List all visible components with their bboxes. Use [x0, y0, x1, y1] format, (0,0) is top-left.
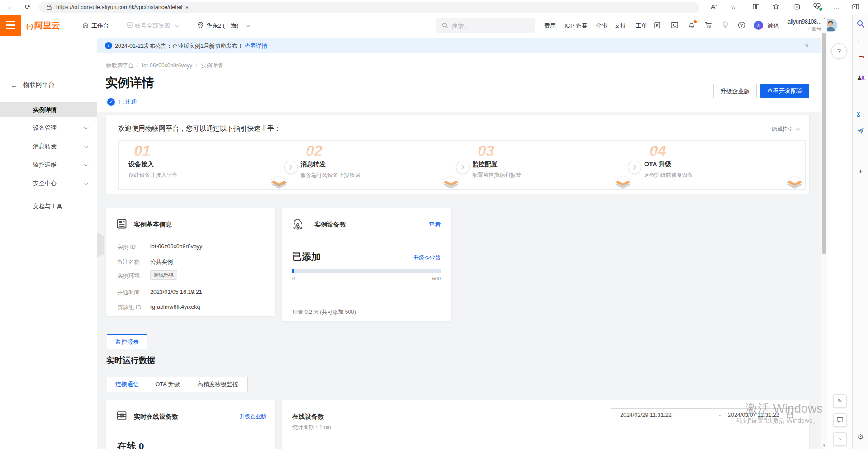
scrollbar-thumb[interactable] [822, 33, 826, 254]
region-chevron-icon [246, 23, 251, 28]
date-to-value[interactable]: 2024/03/07 11:31:22 [728, 412, 779, 418]
edge-drop-plane-icon[interactable] [857, 128, 864, 135]
cart-icon[interactable] [705, 22, 712, 28]
breadcrumb-instance-id[interactable]: iot-06z00c0h9r6voyy [142, 62, 192, 69]
aliyun-logo-mark: (-) [26, 22, 33, 30]
guide-next-chevron[interactable] [284, 161, 298, 174]
view-link[interactable]: 查看 [429, 221, 441, 229]
guide-next-chevron[interactable] [456, 161, 470, 174]
guide-next-chevron[interactable] [628, 161, 641, 174]
sidebar-collapse-handle[interactable]: ‹ [97, 232, 104, 258]
step-title: OTA 升级 [644, 161, 671, 169]
sidebar-item-device-management[interactable]: 设备管理 [0, 120, 97, 135]
home-icon [82, 22, 89, 28]
assistant-compass-icon[interactable]: ✳ [754, 21, 763, 30]
sidebar-item-monitoring-ops[interactable]: 监控运维 [0, 157, 97, 172]
sidebar-item-instance-detail[interactable]: 实例详情 [0, 102, 97, 117]
edge-settings-gear-icon[interactable]: ⚙ [857, 433, 864, 440]
upgrade-enterprise-link[interactable]: 升级企业版 [413, 254, 441, 262]
announcement-detail-link[interactable]: 查看详情 [245, 43, 267, 49]
date-range-picker[interactable]: 2024/02/29 11:31:22 - 2024/03/07 11:31:2… [611, 408, 798, 421]
nav-workbench[interactable]: 工作台 [91, 22, 109, 30]
nav-region-selector[interactable]: 华东2 (上海) [206, 22, 239, 30]
lock-icon[interactable] [47, 4, 52, 10]
upgrade-enterprise-link[interactable]: 升级企业版 [239, 413, 266, 421]
help-icon[interactable]: ? [738, 21, 745, 29]
nav-billing[interactable]: 费用 [544, 22, 556, 30]
tab-ota-upgrade[interactable]: OTA 升级 [147, 377, 188, 392]
sidebar-item-label: 文档与工具 [33, 203, 62, 211]
sidebar-title: 物联网平台 [23, 81, 55, 89]
online-metric-partial: 在线 0 [117, 440, 144, 449]
view-dev-config-button[interactable]: 查看开发配置 [760, 84, 809, 98]
nav-language[interactable]: 简体 [768, 22, 779, 30]
quota-min: 0 [292, 276, 295, 281]
date-from-value[interactable]: 2024/02/29 11:31:22 [620, 412, 672, 418]
sidebar-back[interactable]: ← 物联网平台 [11, 81, 55, 89]
edge-search-icon[interactable] [857, 20, 864, 28]
instance-basic-info-card: 实例基本信息 实例 ID iot-06z00c0h9r6voyy 备注名称 公共… [106, 208, 275, 316]
nav-account-scope[interactable]: 账号全部资源 [135, 22, 170, 30]
guide-step-monitor-config[interactable]: 03 监控配置 配置监控指标和报警 [462, 141, 634, 189]
calendar-icon[interactable] [787, 412, 793, 418]
collapse-widgets-button[interactable]: › [833, 432, 847, 446]
banner-close-icon[interactable]: × [805, 42, 809, 49]
page-scrollbar[interactable]: ▲ ▼ [821, 15, 827, 449]
edge-copilot-icon[interactable] [857, 92, 864, 99]
app-download-icon[interactable]: P [654, 21, 661, 29]
sidebar-item-security-center[interactable]: 安全中心 [0, 175, 97, 191]
feedback-chat-button[interactable] [833, 413, 847, 427]
edge-games-chess-icon[interactable]: ♟♜ [857, 74, 864, 82]
guide-step-message-forwarding[interactable]: 02 消息转发 服务端订阅设备上报数据 [290, 141, 462, 189]
back-arrow-icon[interactable]: ← [11, 81, 18, 89]
browser-back-icon[interactable]: ← [7, 3, 14, 10]
account-info[interactable]: aliyun98108... 主账号 [785, 19, 821, 33]
terminal-icon[interactable] [671, 22, 678, 28]
collections-icon[interactable] [793, 3, 800, 10]
device-quota-progress-fill [292, 269, 294, 273]
help-floating-button[interactable]: ? [831, 43, 847, 59]
lightbulb-icon[interactable] [722, 21, 728, 29]
nav-support[interactable]: 支持 [614, 22, 626, 30]
sidebar-item-docs-tools[interactable]: 文档与工具 [0, 199, 97, 214]
read-aloud-icon[interactable]: A» [711, 3, 717, 10]
upgrade-enterprise-button[interactable]: 升级企业版 [713, 84, 757, 98]
account-scope-chevron-icon [175, 23, 180, 28]
browser-refresh-icon[interactable]: ⟳ [25, 3, 31, 11]
chevron-down-icon [84, 162, 89, 167]
scroll-up-arrow-icon[interactable]: ▲ [822, 16, 826, 20]
tab-connection-comm[interactable]: 连接通信 [107, 377, 147, 392]
browser-menu-icon[interactable]: … [833, 3, 840, 10]
aliyun-logo-text: 阿里云 [34, 20, 60, 32]
products-menu-button[interactable] [0, 15, 21, 36]
online-card-title: 在线设备数 [292, 413, 324, 421]
tab-high-precision-monitor[interactable]: 高精度秒级监控 [188, 377, 248, 392]
guide-step-device-access[interactable]: 01 设备接入 创建设备并接入平台 [119, 141, 290, 189]
survey-pencil-button[interactable]: ✎ [833, 394, 847, 408]
hide-guide-link[interactable]: 隐藏指引 [772, 125, 799, 133]
url-text[interactable]: https://iot.console.aliyun.com/lk/vpc/in… [56, 4, 189, 10]
nav-icp[interactable]: ICP 备案 [564, 22, 588, 30]
tab-monitor-report[interactable]: 监控报表 [107, 334, 147, 349]
edge-add-icon[interactable]: + [857, 167, 864, 175]
added-label: 已添加 [292, 250, 321, 263]
split-screen-icon[interactable] [753, 3, 759, 10]
guide-step-ota-upgrade[interactable]: 04 OTA 升级 远程升级或修复设备 [634, 141, 806, 189]
cube-stack-icon [614, 175, 631, 190]
aliyun-logo[interactable]: (-) 阿里云 [26, 20, 60, 32]
console-search-input[interactable]: 搜索... [436, 18, 535, 33]
breadcrumb-platform[interactable]: 物联网平台 [106, 62, 133, 69]
scroll-down-arrow-icon[interactable]: ▼ [822, 444, 826, 448]
nav-enterprise[interactable]: 企业 [596, 22, 608, 30]
sidebar-item-message-forwarding[interactable]: 消息转发 [0, 138, 97, 154]
edge-shopping-tag-icon[interactable] [857, 39, 864, 47]
edge-outlook-icon[interactable]: O [857, 109, 864, 117]
sidebar-panel-icon[interactable] [852, 3, 859, 10]
edge-tools-icon[interactable] [857, 57, 864, 65]
favorites-hub-icon[interactable] [773, 3, 779, 10]
sidebar-divider [5, 195, 91, 195]
nav-tickets[interactable]: 工单 [636, 22, 647, 30]
section-title: 实时运行数据 [106, 355, 155, 366]
favorite-star-icon[interactable]: ☆ [730, 3, 736, 10]
quota-usage-text: 用量 0.2 % (共可添加 500) [292, 308, 356, 316]
